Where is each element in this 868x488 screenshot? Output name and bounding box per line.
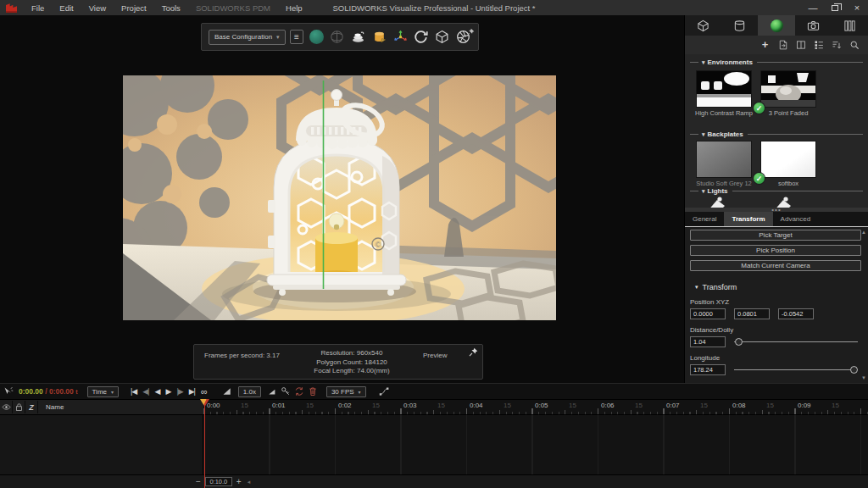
tab-general[interactable]: General (685, 212, 724, 226)
backplate-item-selected[interactable]: ✓ softbox (761, 141, 815, 177)
curve-icon (379, 386, 389, 396)
appearance-swatch-button[interactable] (308, 29, 325, 46)
add-keyframe-button[interactable] (279, 385, 292, 398)
view-options-button[interactable] (813, 40, 824, 51)
zoom-in-button[interactable]: + (236, 477, 242, 486)
ruler-label: 0:08 (732, 402, 746, 409)
loop-keyframes-button[interactable] (292, 385, 306, 398)
position-xyz-label: Position XYZ (690, 298, 861, 306)
fps-dropdown[interactable]: 30 FPS (326, 386, 366, 397)
restore-button[interactable] (824, 0, 846, 15)
tab-environments[interactable] (758, 15, 794, 36)
split-view-button[interactable] (795, 40, 806, 51)
scroll-down-icon[interactable]: ▼ (861, 375, 866, 380)
ease-button[interactable] (265, 385, 279, 398)
loop-playback-button[interactable]: ∞ (198, 386, 210, 396)
match-current-camera-button[interactable]: Match Current Camera (690, 260, 861, 271)
lock-toggle[interactable] (13, 401, 25, 413)
pick-target-button[interactable]: Pick Target (690, 230, 861, 241)
slider-handle[interactable] (735, 338, 743, 346)
tab-cameras[interactable] (795, 15, 832, 36)
app-logo-icon (5, 3, 18, 14)
light-item[interactable] (763, 197, 797, 208)
ramp-button[interactable] (220, 385, 234, 398)
configuration-value: Base Configuration (214, 33, 272, 41)
scroll-left-icon[interactable]: ◂ (248, 479, 251, 485)
section-lights[interactable]: ▾ Lights (690, 187, 863, 195)
delete-keyframes-button[interactable] (306, 385, 320, 398)
menu-tools[interactable]: Tools (154, 0, 188, 15)
distance-dolly-slider[interactable] (734, 336, 858, 347)
animation-curves-button[interactable] (377, 385, 391, 398)
select-keyframe-tool[interactable] (2, 385, 15, 398)
position-z-field[interactable]: -0.0542 (778, 308, 814, 319)
menu-solidworks-pdm[interactable]: SOLIDWORKS PDM (188, 0, 278, 15)
step-back-button[interactable]: ◀| (140, 387, 151, 396)
environment-item[interactable]: High Contrast Ramp (697, 71, 751, 107)
tab-appearances[interactable] (721, 15, 758, 36)
distance-dolly-field[interactable]: 1.04 (690, 336, 726, 347)
play-reverse-button[interactable]: ◀ (153, 387, 163, 396)
search-button[interactable] (849, 40, 860, 51)
configuration-dropdown[interactable]: Base Configuration (209, 30, 286, 45)
visibility-toggle[interactable] (0, 401, 13, 413)
skip-to-end-button[interactable]: ▶| (186, 387, 198, 396)
minimize-button[interactable]: — (802, 0, 824, 15)
appearances-button[interactable] (329, 29, 346, 46)
timeline-ruler[interactable]: 0:00 0:01 0:02 0:03 0:04 0:05 0:06 0:07 … (203, 399, 868, 415)
viewport-watermark: © (376, 240, 381, 249)
section-backplates[interactable]: ▾ Backplates (690, 130, 863, 138)
pin-icon (469, 347, 478, 357)
playback-speed-field[interactable]: 1.0x (238, 386, 261, 397)
menu-help[interactable]: Help (278, 0, 310, 15)
close-button[interactable]: × (846, 0, 868, 15)
time-mode-value: Time (92, 388, 107, 396)
tab-renders[interactable] (832, 15, 868, 36)
turntable-button[interactable] (413, 29, 430, 46)
light-item[interactable] (697, 197, 731, 208)
configuration-menu-button[interactable]: ≡ (290, 30, 304, 44)
columns-icon (796, 40, 806, 50)
tab-advanced[interactable]: Advanced (773, 212, 819, 226)
import-model-button[interactable] (371, 29, 388, 46)
menu-edit[interactable]: Edit (52, 0, 81, 15)
transform-section-header[interactable]: ▾ Transform (695, 283, 861, 291)
trash-icon (308, 386, 318, 396)
menu-project[interactable]: Project (114, 0, 154, 15)
curve-filter-toggle[interactable]: Z (25, 401, 38, 413)
slider-handle[interactable] (850, 366, 858, 374)
timeline-panel: 0:00.00 / 0:00.00 t Time |◀ ◀| ◀ ▶ |▶ ▶|… (0, 383, 868, 488)
slider-track (734, 341, 858, 342)
import-button[interactable] (777, 40, 788, 51)
backplate-item[interactable]: Studio Soft Grey 12 (697, 141, 751, 177)
time-mode-dropdown[interactable]: Time (87, 386, 120, 397)
skip-to-start-button[interactable]: |◀ (128, 387, 139, 396)
track-list-header: Z Name (0, 399, 203, 415)
scroll-up-icon[interactable]: ▲ (861, 230, 866, 235)
object-manipulation-button[interactable] (392, 29, 409, 46)
environment-item-selected[interactable]: ✓ 3 Point Faded (761, 71, 815, 107)
viewport-3d[interactable]: © (123, 75, 556, 320)
project-model-button[interactable] (434, 29, 451, 46)
menu-view[interactable]: View (81, 0, 114, 15)
tab-models[interactable] (685, 15, 721, 36)
playhead-line[interactable] (204, 399, 205, 488)
environments-button[interactable] (350, 29, 367, 46)
zoom-out-button[interactable]: − (196, 477, 201, 486)
overlay-pin-button[interactable] (469, 347, 478, 358)
play-button[interactable]: ▶ (163, 387, 173, 396)
sort-button[interactable] (831, 40, 842, 51)
pick-position-button[interactable]: Pick Position (690, 245, 861, 256)
timeline-duration-field[interactable]: 0:10.0 (205, 477, 232, 486)
longitude-slider[interactable] (734, 364, 858, 375)
section-environments[interactable]: ▾ Environments (690, 58, 863, 66)
step-forward-button[interactable]: |▶ (174, 387, 185, 396)
longitude-field[interactable]: 178.24 (690, 364, 726, 375)
time-separator: / (45, 387, 47, 396)
position-y-field[interactable]: 0.0801 (734, 308, 770, 319)
position-x-field[interactable]: 0.0000 (690, 308, 726, 319)
add-button[interactable]: + (760, 40, 771, 51)
menu-file[interactable]: File (24, 0, 52, 15)
toolbar-pin-button[interactable] (466, 25, 475, 40)
tab-transform[interactable]: Transform (724, 212, 772, 226)
